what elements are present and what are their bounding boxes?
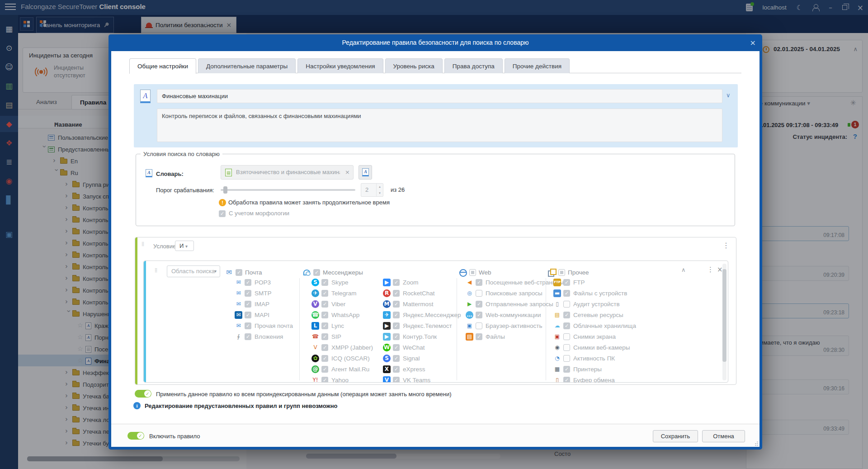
channel-checkbox[interactable]: ✓ — [321, 333, 328, 340]
channel-checkbox[interactable]: ✓ — [563, 366, 570, 373]
channel-checkbox[interactable]: ✓ — [321, 377, 328, 383]
dialog-tab-inactive[interactable]: Настройки уведомления — [297, 58, 383, 73]
channel-item-label: Viber — [331, 301, 345, 308]
dialog-tab-inactive[interactable]: Дополнительные параметры — [198, 58, 296, 73]
channel-checkbox[interactable]: ✓ — [393, 279, 400, 286]
channel-checkbox[interactable]: ✓ — [563, 312, 570, 318]
dialog-close-icon[interactable]: × — [750, 38, 756, 47]
enable-rule-toggle[interactable] — [127, 432, 144, 440]
channel-checkbox[interactable]: ✓ — [245, 312, 251, 318]
channel-item-label: Яндекс.Мессенджер — [403, 312, 461, 318]
group-checkbox[interactable] — [469, 269, 476, 276]
scope-kebab-icon[interactable]: ⋮ — [707, 265, 714, 274]
channel-checkbox[interactable]: ✓ — [393, 377, 400, 383]
drag-handle-icon[interactable]: ⣿ — [142, 243, 145, 249]
channel-item-label: Буфер обмена — [573, 377, 615, 383]
channel-checkbox[interactable]: ✓ — [476, 279, 482, 286]
channel-checkbox[interactable]: ✓ — [563, 279, 570, 286]
channel-checkbox[interactable]: ✓ — [321, 355, 328, 362]
dialog-tab-active[interactable]: Общие настройки — [129, 58, 196, 74]
group-checkbox[interactable]: ✓ — [236, 269, 242, 276]
channel-checkbox[interactable]: ✓ — [393, 301, 400, 308]
cancel-button[interactable]: Отмена — [702, 430, 745, 442]
channel-checkbox[interactable]: ✓ — [563, 322, 570, 329]
channel-checkbox[interactable]: ✓ — [476, 312, 482, 318]
dialog-tab-inactive[interactable]: Уровень риска — [385, 58, 443, 73]
channel-checkbox[interactable]: ✓ — [393, 355, 400, 362]
scope-vertical-scrollbar[interactable] — [722, 264, 726, 380]
screenshots-icon: ▣ — [553, 333, 561, 341]
channel-checkbox[interactable]: ✓ — [245, 290, 251, 297]
channel-checkbox[interactable]: ✓ — [393, 290, 400, 297]
group-checkbox[interactable]: ✓ — [313, 269, 320, 276]
rule-name-input[interactable]: Финансовые махинации — [157, 89, 722, 103]
channel-checkbox[interactable] — [563, 301, 570, 308]
channel-item-label: Signal — [403, 355, 420, 362]
channel-checkbox[interactable] — [563, 344, 570, 351]
channel-item-label: Отправленные запросы — [486, 301, 553, 308]
channel-checkbox[interactable]: ✓ — [245, 279, 251, 286]
channel-checkbox[interactable]: ✓ — [563, 377, 570, 383]
channel-checkbox[interactable]: ✓ — [321, 312, 328, 318]
channel-item-label: Skype — [331, 279, 349, 286]
channel-checkbox[interactable]: ✓ — [245, 322, 251, 329]
channel-item-label: Принтеры — [573, 366, 602, 373]
channel-checkbox[interactable]: ✓ — [321, 290, 328, 297]
apply-to-indexed-toggle[interactable] — [135, 390, 151, 398]
channel-checkbox[interactable]: ✓ — [245, 301, 251, 308]
channel-item-label: Файлы — [486, 333, 505, 340]
remove-dictionary-icon[interactable]: × — [345, 169, 350, 175]
channel-checkbox[interactable]: ✓ — [476, 301, 482, 308]
readonly-note: Редактирование предустановленных правил … — [145, 403, 338, 409]
channel-checkbox[interactable]: ✓ — [563, 290, 570, 297]
chevron-down-icon[interactable]: ∨ — [726, 92, 731, 99]
channel-checkbox[interactable]: ✓ — [393, 322, 400, 329]
save-button[interactable]: Сохранить — [653, 430, 698, 442]
channel-checkbox[interactable] — [563, 355, 570, 362]
channel-item-label: Аудит устройств — [573, 301, 620, 308]
channel-checkbox[interactable]: ✓ — [321, 322, 328, 329]
channel-checkbox[interactable] — [476, 322, 482, 329]
channel-item-label: Агент Mail.Ru — [331, 366, 369, 373]
slider-thumb[interactable] — [223, 186, 227, 194]
drag-handle-icon[interactable]: ⣿ — [155, 269, 158, 275]
channel-group-label: Web — [479, 269, 491, 276]
condition-kebab-icon[interactable]: ⋮ — [722, 241, 730, 250]
condition-label: Условие — [153, 243, 176, 250]
morphology-checkbox[interactable]: ✓ — [219, 210, 226, 217]
dialog-tab-inactive[interactable]: Прочие действия — [505, 58, 570, 73]
web-group-icon — [459, 269, 467, 276]
channel-checkbox[interactable]: ✓ — [321, 344, 328, 351]
search-scope-select[interactable]: Область поиска ▾ — [167, 265, 220, 277]
dictionary-chip[interactable]: ▤ Взяточничество и финансовые махинации … — [221, 165, 354, 180]
dialog-title: Редактирование правила безопасности для … — [108, 34, 762, 51]
channel-checkbox[interactable] — [563, 333, 570, 340]
channel-checkbox[interactable]: ✓ — [476, 333, 482, 340]
group-checkbox[interactable] — [558, 269, 565, 276]
channel-checkbox[interactable]: ✓ — [393, 366, 400, 373]
condition-operator-select[interactable]: И ▾ — [175, 241, 194, 251]
dialog-tab-inactive[interactable]: Права доступа — [444, 58, 503, 73]
channel-item-label: Сетевые ресурсы — [573, 312, 623, 318]
collapse-chevron-icon[interactable]: ∧ — [681, 266, 686, 273]
select-dictionary-button[interactable]: A — [359, 165, 372, 180]
rule-description-input[interactable]: Контроль переписок и файлов, связанных с… — [157, 109, 722, 142]
channel-checkbox[interactable]: ✓ — [321, 301, 328, 308]
rocketchat-icon: R — [383, 289, 391, 297]
cloud-storage-icon: ☁ — [553, 322, 561, 330]
spinner-arrows[interactable]: ▴▾ — [376, 184, 383, 196]
channel-checkbox[interactable]: ✓ — [245, 333, 251, 340]
scope-close-icon[interactable]: × — [717, 265, 723, 274]
channel-checkbox[interactable] — [476, 290, 482, 297]
channel-checkbox[interactable]: ✓ — [393, 344, 400, 351]
channel-checkbox[interactable]: ✓ — [321, 279, 328, 286]
channel-item-label: Облачные хранилища — [573, 322, 636, 329]
channel-checkbox[interactable]: ✓ — [393, 312, 400, 318]
channel-checkbox[interactable]: ✓ — [321, 366, 328, 373]
threshold-spinner[interactable]: 2 ▴▾ — [361, 183, 383, 197]
sent-requests-icon: ▶ — [466, 300, 473, 308]
threshold-slider[interactable] — [221, 189, 355, 191]
channel-group-label: Почта — [245, 269, 262, 276]
resize-grip-icon[interactable]: ⣴ — [754, 439, 759, 446]
channel-checkbox[interactable]: ✓ — [393, 333, 400, 340]
